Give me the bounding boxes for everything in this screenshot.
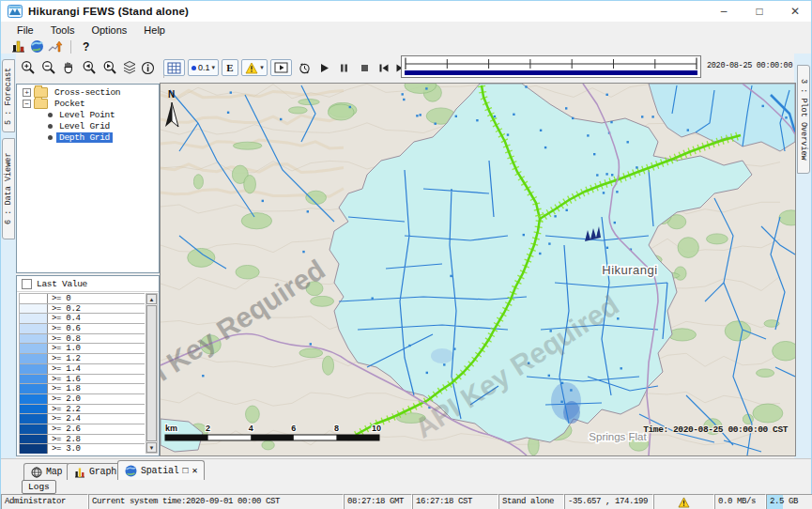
globe-icon (125, 465, 137, 477)
tree-item-depth-grid[interactable]: Depth Grid (56, 132, 113, 143)
zoom-in-icon[interactable] (20, 59, 36, 76)
close-view-icon[interactable]: ✕ (192, 465, 197, 476)
title-bar: Hikurangi FEWS (Stand alone) – □ ✕ (1, 1, 811, 22)
legend-row[interactable]: >= 1.6 (20, 375, 145, 385)
legend-value-label: >= 0.2 (48, 304, 81, 314)
scrollbar-thumb[interactable] (146, 305, 157, 441)
warning-threshold-dropdown[interactable]: ▾ (241, 59, 268, 76)
legend-row[interactable]: >= 2.2 (20, 405, 145, 415)
legend-value-label: >= 0.8 (48, 334, 81, 344)
menu-tools[interactable]: Tools (42, 24, 84, 36)
threshold-value: 0.1 (198, 63, 210, 72)
zoom-previous-icon[interactable] (81, 59, 97, 76)
tree-row[interactable]: Level Grid (17, 121, 159, 132)
tree-collapse-icon[interactable]: − (23, 100, 31, 108)
status-memory: 2.5 GB (766, 494, 812, 509)
tab-map[interactable]: Map (23, 463, 69, 480)
legend-row[interactable]: >= 3.0 (20, 444, 145, 454)
menu-help[interactable]: Help (135, 24, 174, 36)
legend-row[interactable]: >= 1.4 (20, 364, 145, 375)
status-mode: Stand alone (498, 494, 564, 509)
legend-color-swatch (20, 354, 48, 363)
step-back-button[interactable] (377, 59, 391, 76)
tree-item-cross-section[interactable]: Cross-section (52, 87, 123, 98)
logs-button[interactable]: Logs (22, 480, 56, 494)
legend-scrollbar[interactable]: ▲ ▼ (146, 293, 158, 454)
legend-row[interactable]: >= 0.6 (20, 324, 145, 334)
stop-button[interactable] (359, 59, 371, 76)
bar-chart-icon (74, 467, 85, 478)
legend-row[interactable]: >= 2.4 (20, 414, 145, 424)
profile-display-icon[interactable] (46, 39, 65, 54)
window-title: Hikurangi FEWS (Stand alone) (28, 6, 189, 17)
warning-icon[interactable] (678, 497, 690, 508)
tree-row[interactable]: Depth Grid (17, 132, 159, 144)
tree-item-level-point[interactable]: Level Point (56, 110, 117, 120)
wireframe-globe-icon (31, 467, 42, 478)
legend-row[interactable]: >= 1.8 (20, 384, 145, 394)
depth-patch (431, 348, 453, 363)
time-navigator-icon[interactable] (298, 59, 312, 76)
legend-color-swatch (20, 414, 48, 424)
minimize-icon[interactable]: – (717, 5, 730, 18)
scroll-up-icon[interactable]: ▲ (146, 294, 157, 304)
tab-graph[interactable]: Graph (67, 463, 124, 480)
tree-row[interactable]: Level Point (17, 109, 159, 120)
status-bar: Administrator Current system time:2020-0… (1, 494, 812, 509)
legend-row[interactable]: >= 2.0 (20, 394, 145, 405)
legend-color-swatch (20, 384, 48, 393)
legend-color-swatch (20, 405, 48, 414)
layers-icon[interactable] (121, 59, 137, 76)
legend-row[interactable]: >= 1.0 (20, 344, 145, 354)
timeline-slider[interactable] (401, 55, 701, 78)
grid-toggle-button[interactable] (163, 59, 185, 76)
legend-color-swatch (20, 435, 48, 444)
maximize-icon[interactable]: □ (753, 5, 766, 18)
legend-row[interactable]: >= 0.4 (20, 314, 145, 324)
map-display-icon[interactable] (27, 39, 46, 54)
legend-color-swatch (20, 375, 48, 384)
close-icon[interactable]: ✕ (789, 5, 802, 18)
pause-button[interactable] (338, 59, 350, 76)
pan-hand-icon[interactable] (60, 59, 76, 76)
dock-tab-forecast[interactable]: 5 : Forecast (2, 59, 15, 132)
zoom-next-icon[interactable] (101, 59, 117, 76)
legend-row[interactable]: >= 0 (20, 294, 145, 304)
dock-tab-plot-overview[interactable]: 3 : Plot Overview (797, 65, 810, 174)
dock-tab-data-viewer[interactable]: 6 : Data Viewer (2, 138, 15, 239)
legend-color-swatch (20, 394, 48, 404)
movie-player-button[interactable] (270, 59, 292, 76)
last-value-checkbox[interactable] (22, 279, 32, 289)
scale-tick-label: 10 (372, 424, 381, 433)
tab-map-label: Map (46, 467, 62, 477)
legend-row[interactable]: >= 2.6 (20, 424, 145, 435)
zoom-out-icon[interactable] (40, 59, 56, 76)
status-user: Administrator (1, 494, 88, 509)
legend-color-swatch (20, 314, 48, 323)
play-button[interactable] (318, 59, 330, 76)
map-canvas[interactable]: N API Key Required API Key Required km 2… (160, 83, 796, 456)
data-display-icon[interactable] (8, 39, 27, 54)
folder-icon (34, 87, 48, 98)
restore-view-icon[interactable]: □ (183, 466, 189, 476)
editor-label: E (226, 62, 233, 73)
legend-row[interactable]: >= 0.8 (20, 334, 145, 345)
scale-tick-label: 4 (249, 424, 253, 433)
tree-expand-icon[interactable]: + (23, 88, 31, 97)
tree-item-level-grid[interactable]: Level Grid (56, 121, 113, 131)
help-button[interactable]: ? (77, 40, 95, 54)
editor-button[interactable]: E (222, 59, 238, 76)
info-icon[interactable] (140, 59, 156, 76)
legend-color-swatch (20, 444, 48, 454)
scroll-down-icon[interactable]: ▼ (146, 442, 157, 453)
tree-item-pocket[interactable]: Pocket (52, 99, 87, 109)
menu-options[interactable]: Options (83, 24, 135, 36)
tree-row[interactable]: − Pocket (17, 98, 159, 109)
legend-row[interactable]: >= 1.2 (20, 354, 145, 364)
menu-file[interactable]: File (8, 24, 42, 36)
class-threshold-dropdown[interactable]: 0.1 ▾ (188, 59, 219, 76)
legend-row[interactable]: >= 2.8 (20, 435, 145, 445)
tab-spatial[interactable]: Spatial □ ✕ (117, 460, 205, 480)
tree-node-bullet-icon (48, 124, 53, 129)
legend-row[interactable]: >= 0.2 (20, 304, 145, 315)
